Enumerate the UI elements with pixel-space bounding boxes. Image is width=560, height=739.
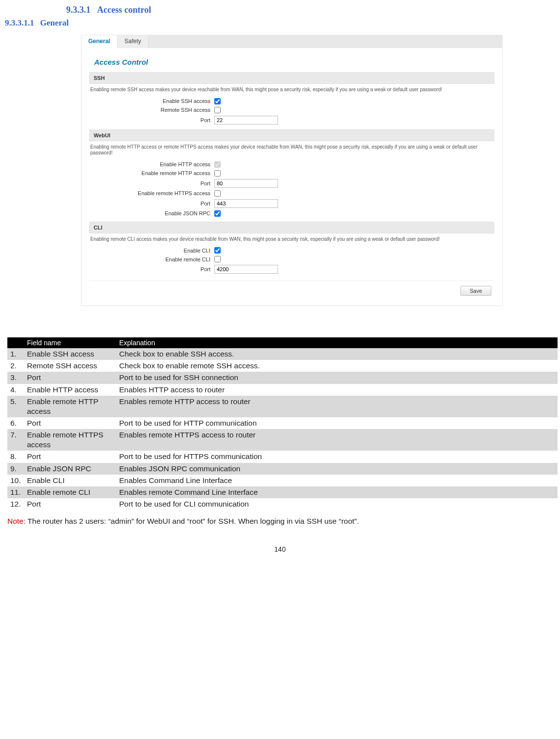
cell-num: 1. — [7, 348, 24, 360]
cell-name: Enable HTTP access — [24, 384, 116, 396]
tab-safety[interactable]: Safety — [118, 35, 149, 48]
cell-explanation: Port to be used for SSH connection — [116, 372, 558, 383]
cell-num: 12. — [7, 498, 24, 510]
table-row: 12.PortPort to be used for CLI communica… — [7, 498, 558, 510]
cli-port-input[interactable] — [214, 265, 278, 274]
cli-warning: Enabling remote CLI access makes your de… — [90, 236, 493, 243]
cell-num: 2. — [7, 360, 24, 372]
table-row: 1.Enable SSH accessCheck box to enable S… — [7, 348, 558, 360]
enable-remote-http-checkbox[interactable] — [214, 170, 221, 177]
cell-explanation: Enables JSON RPC communication — [116, 463, 558, 475]
tab-bar: General Safety — [81, 35, 502, 48]
enable-remote-cli-checkbox[interactable] — [214, 256, 221, 262]
cell-explanation: Enables remote Command Line Interface — [116, 486, 558, 498]
subsection-number: 9.3.3.1.1 — [5, 18, 34, 27]
cell-name: Port — [24, 451, 116, 462]
cell-name: Enable remote HTTP access — [24, 396, 116, 417]
cell-name: Port — [24, 498, 116, 510]
cli-header: CLI — [89, 222, 494, 233]
enable-http-label: Enable HTTP access — [89, 161, 214, 167]
remote-ssh-label: Remote SSH access — [89, 107, 214, 113]
cell-num: 4. — [7, 384, 24, 396]
config-panel: General Safety Access Control SSH Enabli… — [81, 35, 503, 306]
th-expl: Explanation — [116, 337, 558, 348]
cell-name: Enable remote HTTPS access — [24, 429, 116, 451]
cell-num: 8. — [7, 451, 24, 462]
cell-explanation: Enables Command Line Interface — [116, 475, 558, 486]
cell-num: 6. — [7, 417, 24, 429]
enable-cli-checkbox[interactable] — [214, 247, 221, 254]
enable-cli-label: Enable CLI — [89, 248, 214, 254]
table-row: 9.Enable JSON RPCEnables JSON RPC commun… — [7, 463, 558, 475]
cell-name: Remote SSH access — [24, 360, 116, 372]
th-num — [7, 337, 24, 348]
tab-general[interactable]: General — [81, 35, 118, 49]
cell-name: Enable CLI — [24, 475, 116, 486]
table-row: 4.Enable HTTP accessEnables HTTP access … — [7, 384, 558, 396]
fields-description-table: Field name Explanation 1.Enable SSH acce… — [7, 337, 558, 510]
enable-remote-https-checkbox[interactable] — [214, 190, 221, 197]
enable-remote-https-label: Enable remote HTTPS access — [89, 190, 214, 196]
cell-name: Enable SSH access — [24, 348, 116, 360]
table-row: 10.Enable CLIEnables Command Line Interf… — [7, 475, 558, 486]
table-row: 5.Enable remote HTTP accessEnables remot… — [7, 396, 558, 417]
cell-explanation: Port to be used for HTTP communication — [116, 417, 558, 429]
section-number: 9.3.3.1 — [66, 5, 91, 15]
subsection-title: General — [40, 18, 69, 27]
cli-port-label: Port — [89, 266, 214, 272]
note-body: The router has 2 users: “admin” for WebU… — [25, 517, 359, 525]
ssh-port-label: Port — [89, 117, 214, 123]
cell-num: 7. — [7, 429, 24, 451]
enable-remote-cli-label: Enable remote CLI — [89, 256, 214, 262]
cell-num: 3. — [7, 372, 24, 383]
cell-name: Port — [24, 417, 116, 429]
enable-jsonrpc-checkbox[interactable] — [214, 210, 221, 217]
cell-name: Enable JSON RPC — [24, 463, 116, 475]
table-row: 8.PortPort to be used for HTTPS communic… — [7, 451, 558, 462]
ssh-port-input[interactable] — [214, 116, 278, 125]
cell-num: 9. — [7, 463, 24, 475]
subsection-heading: 9.3.3.1.1 General — [2, 18, 558, 28]
enable-remote-http-label: Enable remote HTTP access — [89, 170, 214, 176]
cell-explanation: Check box to enable SSH access. — [116, 348, 558, 360]
cell-explanation: Port to be used for HTTPS communication — [116, 451, 558, 462]
http-port-label: Port — [89, 180, 214, 186]
cell-num: 5. — [7, 396, 24, 417]
page-number: 140 — [2, 545, 558, 553]
enable-jsonrpc-label: Enable JSON RPC — [89, 210, 214, 216]
note-prefix: Note: — [7, 517, 25, 525]
panel-title: Access Control — [94, 58, 494, 66]
th-name: Field name — [24, 337, 116, 348]
webui-header: WebUI — [89, 129, 494, 141]
enable-ssh-checkbox[interactable] — [214, 98, 221, 104]
cell-explanation: Check box to enable remote SSH access. — [116, 360, 558, 372]
cell-num: 10. — [7, 475, 24, 486]
remote-ssh-checkbox[interactable] — [214, 107, 221, 113]
table-row: 6.PortPort to be used for HTTP communica… — [7, 417, 558, 429]
section-heading: 9.3.3.1 Access control — [2, 5, 558, 15]
table-row: 2.Remote SSH accessCheck box to enable r… — [7, 360, 558, 372]
table-row: 7.Enable remote HTTPS accessEnables remo… — [7, 429, 558, 451]
enable-http-checkbox[interactable] — [214, 161, 221, 168]
note-text: Note: The router has 2 users: “admin” fo… — [7, 517, 558, 526]
ssh-warning: Enabling remote SSH access makes your de… — [90, 87, 493, 93]
cell-name: Enable remote CLI — [24, 486, 116, 498]
enable-ssh-label: Enable SSH access — [89, 98, 214, 104]
table-row: 11.Enable remote CLIEnables remote Comma… — [7, 486, 558, 498]
section-title: Access control — [97, 5, 151, 15]
webui-warning: Enabling remote HTTP access or remote HT… — [90, 144, 493, 156]
cell-explanation: Enables HTTP access to router — [116, 384, 558, 396]
table-row: 3.PortPort to be used for SSH connection — [7, 372, 558, 383]
ssh-header: SSH — [89, 72, 494, 84]
cell-explanation: Enables remote HTTP access to router — [116, 396, 558, 417]
cell-explanation: Enables remote HTTPS access to router — [116, 429, 558, 451]
save-button[interactable]: Save — [460, 286, 491, 296]
cell-num: 11. — [7, 486, 24, 498]
cell-name: Port — [24, 372, 116, 383]
https-port-label: Port — [89, 201, 214, 206]
http-port-input[interactable] — [214, 179, 278, 188]
https-port-input[interactable] — [214, 199, 278, 208]
cell-explanation: Port to be used for CLI communication — [116, 498, 558, 510]
